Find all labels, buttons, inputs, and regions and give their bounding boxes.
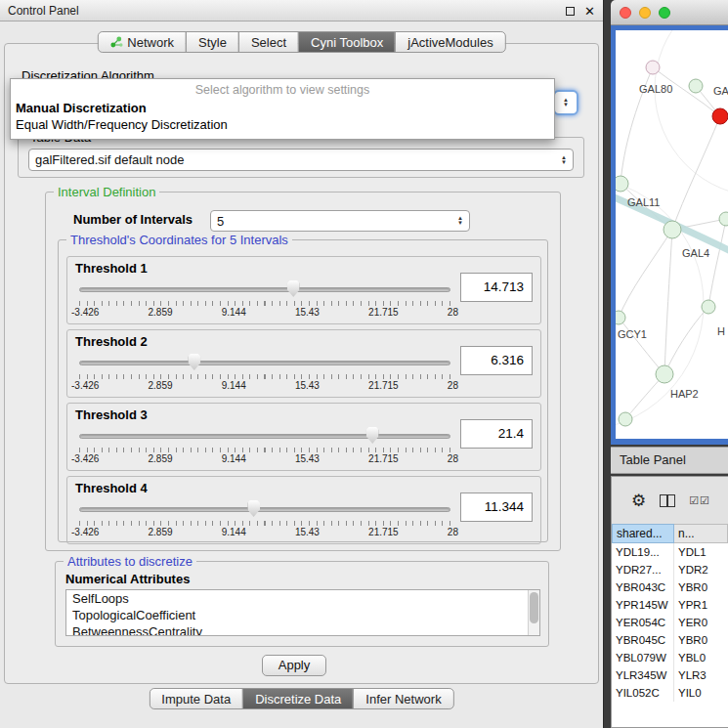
threshold-4-slider[interactable] xyxy=(79,500,450,520)
column-header-name[interactable]: n... xyxy=(674,524,728,543)
tab-discretize-data[interactable]: Discretize Data xyxy=(242,688,354,709)
table-data-combobox[interactable]: galFiltered.sif default node ▲▼ xyxy=(28,149,574,171)
cell-shared-name[interactable]: YPR145W xyxy=(612,596,674,614)
cell-shared-name[interactable]: YER054C xyxy=(612,614,674,631)
list-item-selfloops[interactable]: SelfLoops xyxy=(66,590,539,607)
cell-name[interactable]: YER0 xyxy=(674,614,728,631)
table-row[interactable]: YDL19... YDL1 xyxy=(612,543,728,561)
table-row[interactable]: YBR045C YBR0 xyxy=(612,631,728,649)
scale-label: -3.426 xyxy=(71,380,99,391)
cell-name[interactable]: YBR0 xyxy=(674,631,728,649)
tab-jactivemodules[interactable]: jActiveModules xyxy=(395,31,505,53)
slider-track[interactable] xyxy=(79,287,450,292)
column-header-shared-name[interactable]: shared... xyxy=(612,524,674,543)
attributes-scrollbar[interactable] xyxy=(528,590,539,635)
cell-name[interactable]: YLR3 xyxy=(674,666,728,684)
scale-label: 15.43 xyxy=(295,380,320,391)
network-node[interactable] xyxy=(646,61,660,74)
network-node[interactable] xyxy=(719,212,728,226)
network-node[interactable] xyxy=(702,300,715,314)
algorithm-option-equal-width[interactable]: Equal Width/Frequency Discretization xyxy=(11,116,554,133)
apply-button[interactable]: Apply xyxy=(262,655,326,676)
tab-select[interactable]: Select xyxy=(238,31,299,53)
cell-name[interactable]: YDR2 xyxy=(674,561,728,578)
tab-cyni-toolbox[interactable]: Cyni Toolbox xyxy=(298,31,396,53)
columns-icon[interactable] xyxy=(660,494,675,507)
slider-track[interactable] xyxy=(79,507,450,512)
network-node[interactable] xyxy=(689,79,703,93)
zoom-traffic-light-icon[interactable] xyxy=(659,7,670,19)
algorithm-option-manual[interactable]: Manual Discretization xyxy=(11,100,554,116)
algorithm-placeholder-option[interactable]: Select algorithm to view settings xyxy=(11,79,554,100)
network-node[interactable] xyxy=(619,412,632,426)
gear-icon[interactable]: ⚙ xyxy=(631,492,646,509)
scale-label: 2.859 xyxy=(149,380,173,391)
combo-stepper-icon: ▲▼ xyxy=(555,155,567,165)
number-of-intervals-combobox[interactable]: 5 ▲▼ xyxy=(210,210,470,232)
tab-style-label: Style xyxy=(198,35,227,50)
tab-impute-data[interactable]: Impute Data xyxy=(149,688,243,709)
cell-name[interactable]: YDL1 xyxy=(674,543,728,561)
close-traffic-light-icon[interactable] xyxy=(620,7,631,19)
cell-shared-name[interactable]: YBR043C xyxy=(612,578,674,596)
network-node-gal4[interactable] xyxy=(664,221,681,238)
cell-shared-name[interactable]: YBL079W xyxy=(612,649,674,666)
list-item-betweennesscentrality[interactable]: BetweennessCentrality xyxy=(66,623,539,636)
cell-name[interactable]: YBR0 xyxy=(674,578,728,596)
tab-network[interactable]: Network xyxy=(97,31,187,53)
threshold-4-value-field[interactable]: 11.344 xyxy=(460,492,533,522)
slider-track[interactable] xyxy=(79,434,450,439)
scale-label: 2.859 xyxy=(149,307,173,318)
scale-label: 2.859 xyxy=(149,527,173,537)
node-label-gcy1: GCY1 xyxy=(618,328,647,340)
table-row[interactable]: YBR043C YBR0 xyxy=(612,578,728,596)
selected-red-node[interactable] xyxy=(712,108,728,124)
minimize-traffic-light-icon[interactable] xyxy=(639,7,651,19)
network-canvas[interactable]: GAL80 GA GAL11 GAL4 GCY1 HAP2 H xyxy=(616,30,728,439)
algorithm-combobox[interactable]: ▲ ▼ xyxy=(553,90,578,115)
threshold-3-value-field[interactable]: 21.4 xyxy=(460,419,533,449)
slider-thumb[interactable] xyxy=(188,354,200,370)
float-window-icon[interactable] xyxy=(566,7,575,16)
thresholds-group: Threshold's Coordinates for 5 Intervals … xyxy=(58,239,548,542)
cell-shared-name[interactable]: YBR045C xyxy=(612,631,674,649)
tab-discretize-data-label: Discretize Data xyxy=(255,692,341,707)
threshold-2-value-field[interactable]: 6.316 xyxy=(460,346,533,375)
slider-thumb[interactable] xyxy=(247,500,260,517)
tab-style[interactable]: Style xyxy=(186,31,239,53)
cell-name[interactable]: YBL0 xyxy=(674,649,728,666)
tab-infer-network[interactable]: Infer Network xyxy=(353,688,453,709)
cell-shared-name[interactable]: YIL052C xyxy=(612,684,674,702)
threshold-1-value-field[interactable]: 14.713 xyxy=(460,273,533,302)
scale-label: 28 xyxy=(448,527,458,537)
threshold-3-slider[interactable] xyxy=(79,427,450,447)
panel-divider xyxy=(604,0,611,728)
table-row[interactable]: YIL052C YIL0 xyxy=(612,684,728,702)
network-node[interactable] xyxy=(616,176,628,192)
table-row[interactable]: YPR145W YPR1 xyxy=(612,596,728,614)
scale-label: 9.144 xyxy=(222,307,246,318)
cell-shared-name[interactable]: YDL19... xyxy=(612,543,674,561)
table-row[interactable]: YBL079W YBL0 xyxy=(612,649,728,666)
threshold-3-panel: Threshold 3 -3.426 2.859 9.144 15.43 21.… xyxy=(66,403,541,471)
node-label-gal11: GAL11 xyxy=(627,196,660,208)
table-row[interactable]: YLR345W YLR3 xyxy=(612,666,728,684)
table-row[interactable]: YER054C YER0 xyxy=(612,614,728,631)
close-icon[interactable]: ✕ xyxy=(584,5,595,18)
cell-shared-name[interactable]: YDR27... xyxy=(612,561,674,578)
select-columns-icon[interactable]: ☑☑ xyxy=(689,494,710,507)
cell-name[interactable]: YPR1 xyxy=(674,596,728,614)
network-node-gcy1[interactable] xyxy=(616,311,625,324)
cell-shared-name[interactable]: YLR345W xyxy=(612,666,674,684)
slider-track[interactable] xyxy=(79,361,450,365)
cell-name[interactable]: YIL0 xyxy=(674,684,728,702)
table-row[interactable]: YDR27... YDR2 xyxy=(612,561,728,578)
network-node-hap2[interactable] xyxy=(656,365,673,383)
threshold-1-slider[interactable] xyxy=(79,280,450,300)
list-item-topologicalcoefficient[interactable]: TopologicalCoefficient xyxy=(66,607,539,623)
slider-thumb[interactable] xyxy=(287,280,300,297)
threshold-2-slider[interactable] xyxy=(79,354,450,373)
threshold-2-label: Threshold 2 xyxy=(75,334,148,349)
slider-thumb[interactable] xyxy=(366,427,379,444)
scrollbar-thumb[interactable] xyxy=(530,592,538,623)
